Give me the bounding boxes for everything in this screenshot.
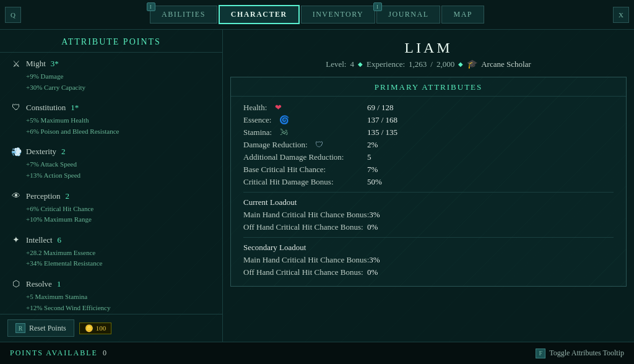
perception-value: 2: [66, 191, 70, 201]
dexterity-bonus: +7% Attack Speed+13% Action Speed: [10, 159, 212, 181]
attribute-might[interactable]: ⚔ Might 3* +9% Damage+30% Carry Capacity: [10, 58, 212, 93]
tab-character[interactable]: CHARACTER: [219, 5, 300, 24]
toggle-tooltip-display: F Toggle Attributes Tooltip: [536, 349, 624, 358]
intellect-bonus: +28.2 Maximum Essence+34% Elemental Resi…: [10, 248, 212, 269]
primary-attributes-box: Primary Attributes Health: ❤ 69 / 128 Es…: [230, 77, 627, 287]
health-value: 69 / 128: [367, 103, 394, 113]
perception-bonus: +6% Critical Hit Chance+10% Maximum Rang…: [10, 204, 212, 225]
abilities-key: I: [147, 2, 155, 11]
tab-map[interactable]: MAP: [441, 6, 484, 24]
might-name: Might: [26, 59, 46, 69]
add-dmg-reduction-value: 5: [367, 152, 371, 162]
primary-attrs-title: Primary Attributes: [231, 77, 626, 97]
resolve-icon: ⬡: [10, 278, 22, 290]
stat-essence: Essence: 🌀 137 / 168: [243, 115, 614, 125]
attributes-list: ⚔ Might 3* +9% Damage+30% Carry Capacity…: [0, 53, 222, 314]
stat-base-crit: Base Critical Hit Chance: 7%: [243, 165, 614, 175]
coin-icon: 🪙: [85, 324, 93, 332]
tab-inventory[interactable]: INVENTORY: [301, 6, 376, 24]
perception-name: Perception: [26, 191, 61, 201]
left-panel-bottom: R Reset Points 🪙 100: [0, 314, 222, 342]
base-crit-label: Base Critical Hit Chance:: [243, 165, 367, 175]
sec-off-crit-value: 0%: [367, 267, 378, 277]
stamina-icon: 🌬: [280, 128, 288, 137]
points-label: POINTS AVAILABLE: [10, 349, 98, 358]
bottom-status-bar: POINTS AVAILABLE 0 F Toggle Attributes T…: [0, 342, 634, 364]
current-main-crit: Main Hand Critical Hit Chance Bonus: 3%: [243, 210, 614, 220]
attribute-resolve[interactable]: ⬡ Resolve 1 +5 Maximum Stamina+12% Secon…: [10, 278, 212, 313]
current-loadout-title: Current Loadout: [243, 197, 614, 207]
crit-dmg-bonus-value: 50%: [367, 177, 382, 187]
base-crit-value: 7%: [367, 165, 378, 175]
divider-1: [243, 192, 614, 193]
x-key-button[interactable]: X: [613, 7, 629, 23]
stamina-value: 135 / 135: [367, 128, 397, 137]
stat-stamina: Stamina: 🌬 135 / 135: [243, 128, 614, 137]
class-name: Arcane Scholar: [481, 59, 531, 69]
coin-display: 🪙 100: [79, 323, 112, 334]
points-available-display: POINTS AVAILABLE 0: [10, 349, 108, 358]
attribute-perception[interactable]: 👁 Perception 2 +6% Critical Hit Chance+1…: [10, 190, 212, 225]
essence-icon: 🌀: [279, 115, 289, 125]
intellect-icon: ✦: [10, 234, 22, 246]
dmg-reduction-label: Damage Reduction: 🛡: [243, 140, 367, 150]
stat-damage-reduction: Damage Reduction: 🛡 2%: [243, 140, 614, 150]
constitution-icon: 🛡: [10, 102, 22, 114]
resolve-bonus: +5 Maximum Stamina+12% Second Wind Effic…: [10, 292, 212, 313]
dmg-reduction-value: 2%: [367, 140, 378, 150]
reset-label: Reset Points: [29, 324, 66, 333]
constitution-value: 1*: [71, 103, 79, 113]
level-label: Level:: [326, 59, 346, 69]
toggle-key-badge: F: [536, 349, 545, 358]
q-key-button[interactable]: Q: [5, 7, 21, 23]
character-info: Level: 4 ◆ Experience: 1,263 / 2,000 ◆ 🎓…: [223, 59, 634, 69]
left-panel: Attribute Points ⚔ Might 3* +9% Damage+3…: [0, 30, 223, 342]
diamond-1: ◆: [358, 61, 363, 67]
stat-crit-damage-bonus: Critical Hit Damage Bonus: 50%: [243, 177, 614, 187]
exp-current: 1,263: [409, 59, 427, 69]
main-content: Attribute Points ⚔ Might 3* +9% Damage+3…: [0, 30, 634, 342]
attribute-constitution[interactable]: 🛡 Constitution 1* +5% Maximum Health+6% …: [10, 102, 212, 137]
points-count: 0: [103, 349, 108, 358]
constitution-name: Constitution: [26, 103, 66, 113]
crit-dmg-bonus-label: Critical Hit Damage Bonus:: [243, 177, 367, 187]
health-label: Health: ❤: [243, 103, 367, 113]
resolve-name: Resolve: [26, 279, 52, 289]
might-value: 3*: [51, 59, 59, 69]
coin-value: 100: [96, 324, 106, 332]
top-navigation: Q I ABILITIES CHARACTER INVENTORY I JOUR…: [0, 0, 634, 30]
attribute-intellect[interactable]: ✦ Intellect 6 +28.2 Maximum Essence+34% …: [10, 234, 212, 269]
reset-key-badge: R: [15, 323, 25, 333]
essence-label: Essence: 🌀: [243, 115, 367, 125]
sec-main-crit-value: 3%: [369, 255, 380, 265]
q-key-label: Q: [11, 11, 15, 19]
secondary-loadout-title: Secondary Loadout: [243, 243, 614, 253]
tab-journal[interactable]: I JOURNAL: [376, 6, 440, 24]
dexterity-value: 2: [61, 147, 66, 157]
current-off-crit: Off Hand Critical Hit Chance Bonus: 0%: [243, 222, 614, 232]
might-icon: ⚔: [10, 58, 22, 70]
shield-icon: 🛡: [315, 140, 323, 150]
stat-health: Health: ❤ 69 / 128: [243, 103, 614, 113]
resolve-value: 1: [57, 279, 61, 289]
might-bonus: +9% Damage+30% Carry Capacity: [10, 71, 212, 93]
dexterity-name: Dexterity: [26, 147, 56, 157]
attribute-dexterity[interactable]: 💨 Dexterity 2 +7% Attack Speed+13% Actio…: [10, 145, 212, 181]
diamond-2: ◆: [458, 61, 463, 67]
exp-label: Experience:: [367, 59, 405, 69]
tab-abilities[interactable]: I ABILITIES: [150, 6, 217, 24]
curr-off-crit-value: 0%: [367, 222, 378, 232]
character-name: LIAM: [223, 40, 634, 56]
intellect-name: Intellect: [26, 235, 53, 245]
secondary-off-crit: Off Hand Critical Hit Chance Bonus: 0%: [243, 267, 614, 277]
secondary-main-crit: Main Hand Critical Hit Chance Bonus: 3%: [243, 255, 614, 265]
exp-max: 2,000: [436, 59, 454, 69]
stat-additional-dmg-reduction: Additional Damage Reduction: 5: [243, 152, 614, 162]
constitution-bonus: +5% Maximum Health+6% Poison and Bleed R…: [10, 115, 212, 137]
reset-points-button[interactable]: R Reset Points: [7, 319, 74, 337]
divider-2: [243, 237, 614, 238]
sec-main-crit-label: Main Hand Critical Hit Chance Bonus:: [243, 255, 369, 265]
dexterity-icon: 💨: [10, 145, 22, 158]
curr-main-crit-label: Main Hand Critical Hit Chance Bonus:: [243, 210, 369, 220]
x-key-label: X: [619, 11, 623, 19]
